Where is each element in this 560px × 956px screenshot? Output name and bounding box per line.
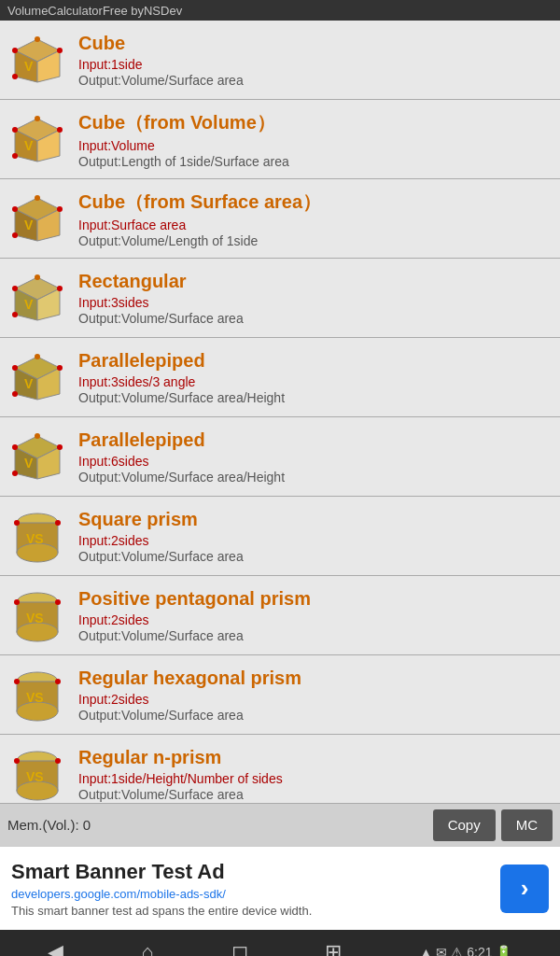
shape-input: Input:1side/Height/Number of sides — [78, 771, 283, 786]
shape-input: Input:3sides/3 angle — [78, 374, 285, 389]
svg-text:V: V — [24, 376, 34, 391]
shape-list: V Cube Input:1side Output:Volume/Surface… — [0, 21, 560, 803]
svg-point-50 — [17, 543, 58, 562]
time-display: 6:21 — [467, 945, 492, 956]
shape-name: Cube — [78, 33, 244, 54]
svg-point-36 — [12, 365, 18, 371]
alert-icon: ⚠ — [451, 945, 463, 956]
svg-point-47 — [12, 471, 18, 476]
shape-input: Input:1side — [78, 57, 244, 72]
copy-button[interactable]: Copy — [433, 809, 496, 841]
home-button[interactable]: ⌂ — [141, 940, 153, 956]
svg-point-30 — [57, 286, 63, 291]
svg-point-44 — [12, 444, 18, 450]
list-item[interactable]: V Parallelepiped Input:3sides/3 angle Ou… — [0, 338, 560, 417]
grid-button[interactable]: ⊞ — [325, 940, 342, 956]
svg-point-7 — [12, 74, 18, 79]
mem-display: Mem.(Vol.): 0 — [7, 817, 427, 833]
shape-icon: V — [6, 266, 69, 330]
shape-icon: V — [6, 425, 69, 488]
svg-point-68 — [17, 781, 58, 800]
svg-point-14 — [57, 127, 63, 133]
list-item[interactable]: V Parallelepiped Input:6sides Output:Vol… — [0, 417, 560, 497]
shape-output: Output:Volume/Surface area — [78, 787, 283, 802]
svg-point-6 — [57, 48, 63, 53]
svg-text:V: V — [24, 456, 34, 471]
list-item[interactable]: V Cube（from Surface area） Input:Surface … — [0, 179, 560, 259]
svg-point-12 — [12, 127, 18, 133]
list-item[interactable]: V Rectangular Input:3sides Output:Volume… — [0, 259, 560, 338]
list-item[interactable]: V Cube Input:1side Output:Volume/Surface… — [0, 21, 560, 100]
svg-text:V: V — [24, 218, 34, 232]
status-area: ▲ ✉ ⚠ 6:21 🔋 — [419, 945, 511, 956]
svg-point-56 — [17, 623, 58, 641]
svg-point-53 — [55, 520, 61, 526]
shape-icon: VS — [6, 742, 69, 803]
shape-name: Cube（from Surface area） — [78, 190, 321, 215]
svg-text:V: V — [24, 59, 34, 74]
signal-icon: ▲ — [419, 945, 432, 956]
shape-icon: V — [6, 187, 69, 250]
svg-point-22 — [57, 206, 63, 212]
shape-input: Input:2sides — [78, 692, 301, 707]
app-title: VolumeCalculatorFree byNSDev — [7, 4, 182, 18]
svg-point-13 — [35, 116, 40, 121]
shape-name: Regular hexagonal prism — [78, 668, 301, 689]
shape-output: Output:Volume/Surface area — [78, 549, 244, 564]
list-item[interactable]: V Cube（from Volume） Input:Volume Output:… — [0, 100, 560, 179]
shape-output: Output:Volume/Surface area — [78, 708, 301, 723]
mc-button[interactable]: MC — [501, 809, 553, 841]
svg-point-46 — [57, 444, 63, 450]
recent-apps-button[interactable]: ◻ — [231, 940, 248, 956]
svg-point-45 — [35, 433, 40, 439]
shape-name: Cube（from Volume） — [78, 110, 289, 135]
svg-text:VS: VS — [26, 531, 44, 546]
shape-output: Output:Volume/Surface area/Height — [78, 470, 285, 485]
svg-point-28 — [12, 286, 18, 291]
back-button[interactable]: ◀ — [48, 940, 63, 956]
ad-url: developers.google.com/mobile-ads-sdk/ — [11, 887, 491, 901]
svg-point-52 — [14, 520, 20, 526]
svg-point-5 — [35, 36, 40, 42]
shape-output: Output:Length of 1side/Surface area — [78, 154, 289, 169]
svg-point-64 — [14, 679, 20, 684]
svg-text:V: V — [24, 138, 34, 153]
list-item[interactable]: VS Regular hexagonal prism Input:2sides … — [0, 655, 560, 735]
svg-text:VS: VS — [26, 611, 44, 626]
svg-point-70 — [14, 758, 20, 764]
shape-input: Input:Surface area — [78, 218, 321, 232]
shape-name: Parallelepiped — [78, 350, 285, 372]
ad-banner[interactable]: Smart Banner Test Ad developers.google.c… — [0, 846, 560, 930]
shape-name: Parallelepiped — [78, 429, 285, 451]
svg-point-71 — [55, 758, 61, 764]
list-item[interactable]: VS Positive pentagonal prism Input:2side… — [0, 576, 560, 655]
svg-point-58 — [14, 599, 20, 605]
svg-point-20 — [12, 206, 18, 212]
svg-point-38 — [57, 365, 63, 371]
shape-output: Output:Volume/Surface area — [78, 311, 244, 326]
ad-arrow-button[interactable]: › — [500, 865, 549, 913]
shape-output: Output:Volume/Surface area/Height — [78, 390, 285, 405]
shape-output: Output:Volume/Length of 1side — [78, 233, 321, 248]
list-item[interactable]: VS Regular n-prism Input:1side/Height/Nu… — [0, 735, 560, 803]
svg-point-29 — [35, 274, 40, 280]
shape-icon: VS — [6, 663, 69, 726]
shape-output: Output:Volume/Surface area — [78, 628, 311, 643]
svg-point-39 — [12, 391, 18, 397]
shape-icon: V — [6, 345, 69, 409]
shape-input: Input:Volume — [78, 138, 289, 153]
svg-point-37 — [35, 354, 40, 359]
svg-text:VS: VS — [26, 690, 44, 705]
shape-input: Input:6sides — [78, 454, 285, 469]
svg-point-23 — [12, 232, 18, 238]
svg-point-31 — [12, 312, 18, 317]
chevron-right-icon: › — [521, 874, 529, 903]
list-item[interactable]: VS Square prism Input:2sides Output:Volu… — [0, 497, 560, 576]
svg-text:V: V — [24, 297, 34, 312]
bottom-bar: Mem.(Vol.): 0 Copy MC — [0, 803, 560, 846]
shape-icon: VS — [6, 504, 69, 568]
svg-point-65 — [55, 679, 61, 684]
nav-bar: ◀ ⌂ ◻ ⊞ ▲ ✉ ⚠ 6:21 🔋 — [0, 930, 560, 956]
shape-icon: VS — [6, 583, 69, 647]
svg-point-15 — [12, 153, 18, 159]
